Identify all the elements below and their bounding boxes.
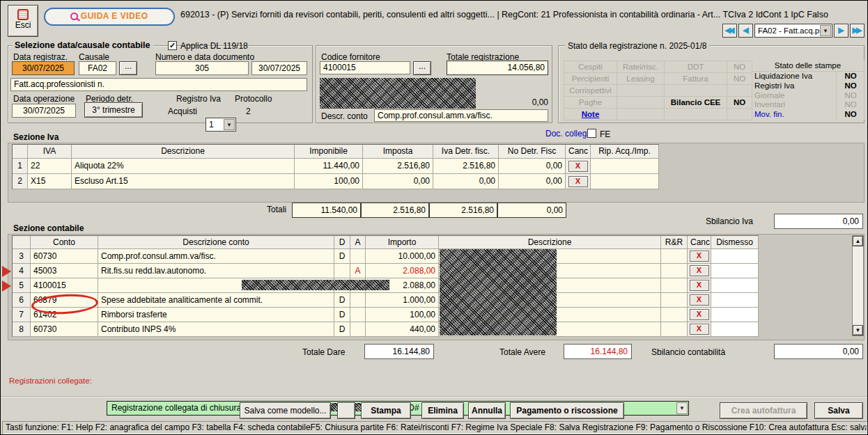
registro-iva-select[interactable]: 1 ▼ bbox=[206, 118, 236, 132]
scroll-up-icon: ▲ bbox=[855, 238, 861, 244]
contabile-cell-avere[interactable]: A bbox=[350, 264, 366, 278]
causale-browse-button[interactable]: ... bbox=[119, 61, 137, 75]
exit-button[interactable]: Esci bbox=[8, 5, 38, 37]
contabile-cell-dismesso[interactable] bbox=[711, 293, 759, 308]
scroll-up-button[interactable]: ▲ bbox=[853, 236, 863, 246]
delete-row-button[interactable]: X bbox=[568, 176, 588, 187]
contabile-cell-dismesso[interactable] bbox=[711, 322, 759, 337]
iva-cell-descrizione[interactable]: Aliquota 22% bbox=[72, 159, 295, 174]
iva-cell-nodetr[interactable]: 0,00 bbox=[499, 174, 566, 189]
scroll-down-button[interactable]: ▼ bbox=[853, 325, 863, 335]
iva-cell-rip[interactable] bbox=[591, 174, 659, 189]
contabile-cell-importo[interactable]: 440,00 bbox=[366, 322, 439, 337]
contabile-cell-rr[interactable] bbox=[661, 293, 688, 308]
contabile-cell-importo[interactable]: 10.000,00 bbox=[366, 249, 439, 264]
contabile-scrollbar[interactable]: ▲ ▼ bbox=[852, 235, 864, 336]
nav-prev-button[interactable]: ◀ bbox=[738, 24, 753, 38]
contabile-cell-importo[interactable]: 1.000,00 bbox=[366, 293, 439, 308]
iva-cell-descrizione[interactable]: Escluso Art.15 bbox=[72, 174, 295, 189]
contabile-cell-rr[interactable] bbox=[661, 322, 688, 337]
note-link[interactable]: Note bbox=[564, 109, 617, 120]
salva-come-modello-button[interactable]: Salva come modello... bbox=[240, 402, 331, 419]
contabile-cell-conto[interactable]: 60730 bbox=[31, 249, 98, 264]
iva-cell-detr[interactable]: 2.516,80 bbox=[433, 159, 499, 174]
chevron-down-icon[interactable]: ▼ bbox=[224, 119, 235, 130]
contabile-cell-dismesso[interactable] bbox=[711, 308, 759, 322]
crea-autofattura-button[interactable]: Crea autofattura bbox=[720, 402, 807, 419]
contabile-cell-dismesso[interactable] bbox=[711, 249, 759, 264]
iva-cell-rip[interactable] bbox=[591, 159, 659, 174]
stato-cell: Corrispettivi bbox=[564, 85, 617, 97]
annulla-button[interactable]: Annulla bbox=[468, 402, 506, 419]
contabile-cell-descrizione-conto[interactable]: Comp.prof.consul.amm.va/fisc. bbox=[98, 249, 334, 264]
salva-button[interactable]: Salva bbox=[814, 402, 863, 419]
delete-row-button[interactable]: X bbox=[568, 161, 588, 172]
guida-label: GUIDA E VIDEO bbox=[81, 11, 148, 21]
contabile-cell-descrizione-conto[interactable]: Contributo INPS 4% bbox=[98, 322, 334, 337]
contabile-cell-conto[interactable]: 45003 bbox=[31, 264, 98, 278]
codice-fornitore-browse-button[interactable]: ... bbox=[413, 61, 431, 75]
elimina-button[interactable]: Elimina bbox=[421, 402, 464, 419]
contabile-cell-dare[interactable] bbox=[334, 264, 350, 278]
delete-row-button[interactable]: X bbox=[690, 309, 709, 320]
contabile-col-header bbox=[13, 236, 31, 249]
barcode-button[interactable] bbox=[337, 402, 355, 419]
delete-row-button[interactable]: X bbox=[690, 324, 709, 335]
mov-fin-link[interactable]: Mov. fin. bbox=[752, 110, 837, 120]
contabile-cell-rr[interactable] bbox=[661, 249, 688, 264]
contabile-cell-avere[interactable] bbox=[350, 249, 366, 264]
causale-nav-select[interactable]: FA02 - Fatt.acq.pro ▼ bbox=[754, 24, 832, 38]
contabile-cell-importo[interactable]: 2.088,00 bbox=[366, 264, 439, 278]
iva-cell-codice[interactable]: 22 bbox=[28, 159, 72, 174]
data-registraz-field[interactable]: 30/07/2025 bbox=[12, 61, 75, 75]
iva-cell-codice[interactable]: X15 bbox=[28, 174, 72, 189]
iva-cell-imponibile[interactable]: 100,00 bbox=[295, 174, 363, 189]
applica-dl-checkbox[interactable]: ✓ bbox=[168, 41, 177, 50]
contabile-cell-conto[interactable]: 4100015 bbox=[31, 278, 98, 293]
nav-next-button[interactable]: ▶ bbox=[834, 24, 848, 38]
delete-row-button[interactable]: X bbox=[690, 280, 709, 291]
delete-row-button[interactable]: X bbox=[690, 251, 709, 262]
contabile-cell-rr[interactable] bbox=[661, 278, 688, 293]
descr-conto-field[interactable]: Comp.prof.consul.amm.va/fisc. bbox=[374, 109, 548, 122]
pagamento-riscossione-button[interactable]: Pagamento o riscossione bbox=[510, 402, 624, 419]
chevron-down-icon[interactable]: ▼ bbox=[676, 402, 688, 414]
contabile-cell-descrizione-conto[interactable]: Rit.fis.su redd.lav.autonomo. bbox=[98, 264, 334, 278]
contabile-cell-dismesso[interactable] bbox=[711, 264, 759, 278]
iva-cell-detr[interactable]: 0,00 bbox=[433, 174, 499, 189]
nav-last-button[interactable]: ▶▶ bbox=[850, 24, 865, 38]
data-operazione-field[interactable]: 30/07/2025 bbox=[12, 104, 76, 118]
periodo-detr-button[interactable]: 3° trimestre bbox=[84, 102, 143, 118]
delete-row-button[interactable]: X bbox=[690, 294, 709, 306]
stampa-button[interactable]: Stampa bbox=[361, 402, 411, 419]
contabile-cell-descrizione-conto[interactable]: Spese addebitate analiticamente al commi… bbox=[98, 293, 334, 308]
codice-fornitore-field[interactable]: 4100015 bbox=[320, 61, 410, 74]
registro-iva-label: Registro Iva bbox=[176, 94, 221, 104]
guida-e-video-button[interactable]: GUIDA E VIDEO bbox=[44, 8, 175, 26]
contabile-cell-avere[interactable] bbox=[350, 293, 366, 308]
contabile-cell-conto[interactable]: 60730 bbox=[31, 322, 98, 337]
iva-cell-imposta[interactable]: 2.516,80 bbox=[363, 159, 433, 174]
contabile-cell-descrizione-conto[interactable]: Rimborsi trasferte bbox=[98, 308, 334, 322]
contabile-cell-dare[interactable]: D bbox=[334, 249, 350, 264]
contabile-cell-dare[interactable]: D bbox=[334, 293, 350, 308]
iva-cell-imponibile[interactable]: 11.440,00 bbox=[295, 159, 363, 174]
chevron-down-icon[interactable]: ▼ bbox=[820, 25, 831, 36]
contabile-cell-dismesso[interactable] bbox=[711, 278, 759, 293]
data-doc-field[interactable]: 30/07/2025 bbox=[251, 61, 307, 75]
descrizione-doc-field[interactable]: Fatt.acq.professionisti n. bbox=[10, 78, 307, 91]
contabile-cell-dare[interactable]: D bbox=[334, 308, 350, 322]
nav-first-button[interactable]: ◀◀ bbox=[722, 24, 737, 38]
iva-cell-nodetr[interactable]: 0,00 bbox=[499, 159, 566, 174]
contabile-cell-importo[interactable]: 100,00 bbox=[366, 308, 439, 322]
iva-cell-imposta[interactable]: 0,00 bbox=[363, 174, 433, 189]
numero-doc-field[interactable]: 305 bbox=[155, 61, 249, 75]
contabile-cell-rr[interactable] bbox=[661, 308, 688, 322]
contabile-cell-avere[interactable] bbox=[350, 308, 366, 322]
fe-checkbox[interactable] bbox=[587, 129, 596, 138]
contabile-cell-dare[interactable]: D bbox=[334, 322, 350, 337]
contabile-cell-rr[interactable] bbox=[661, 264, 688, 278]
delete-row-button[interactable]: X bbox=[690, 265, 709, 276]
contabile-cell-avere[interactable] bbox=[350, 322, 366, 337]
causale-field[interactable]: FA02 bbox=[79, 61, 116, 75]
